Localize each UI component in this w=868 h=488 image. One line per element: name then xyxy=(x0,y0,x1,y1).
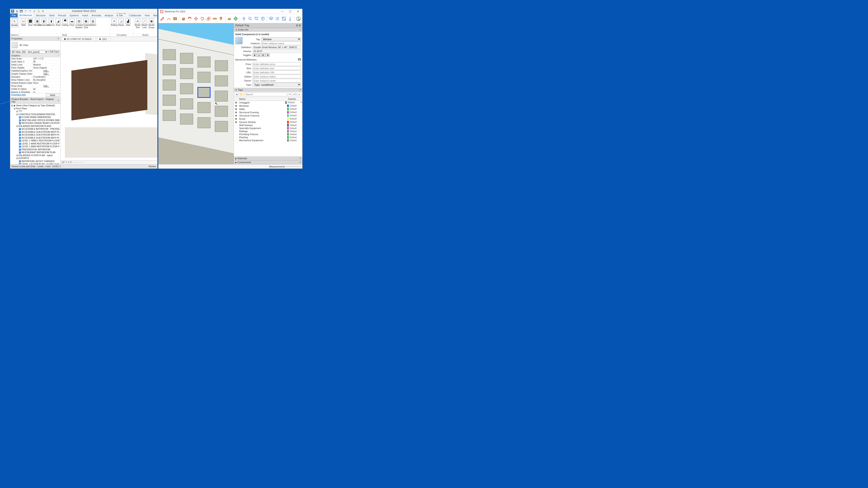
column-button[interactable]: ▮Column xyxy=(48,18,55,27)
tree-node[interactable]: LEVEL 1 FLOOR PLAN - for FEC mappin xyxy=(11,163,59,164)
zoom-icon[interactable] xyxy=(248,16,253,22)
window-component[interactable] xyxy=(163,49,176,60)
tag-row[interactable]: ◉Structural FramingDefault xyxy=(234,110,302,114)
owner-input[interactable] xyxy=(253,79,301,83)
layers-icon[interactable] xyxy=(269,16,274,22)
component-button[interactable]: ◧Component xyxy=(41,18,48,27)
tab-view[interactable]: View xyxy=(143,13,152,18)
tab-systems[interactable]: Systems xyxy=(68,13,80,18)
avatar-icon[interactable] xyxy=(296,16,301,22)
tab-insert[interactable]: Insert xyxy=(81,13,90,18)
close-icon[interactable]: × xyxy=(92,38,94,40)
modify-button[interactable]: ↖Modify xyxy=(11,18,18,27)
edit-type-button[interactable]: Edit Type xyxy=(49,50,60,54)
window-component[interactable] xyxy=(180,68,193,79)
url-input[interactable] xyxy=(253,70,301,74)
properties-help-link[interactable]: Properties help xyxy=(11,94,26,97)
entity-info-header[interactable]: ▼Entity Info× xyxy=(234,28,302,32)
scale-icon[interactable] xyxy=(206,16,211,22)
section-icon[interactable] xyxy=(281,16,286,22)
close-icon[interactable]: × xyxy=(107,38,109,40)
tag-row[interactable]: ◉WallsDefault xyxy=(234,107,302,110)
iso-icon[interactable] xyxy=(260,16,266,22)
window-component[interactable] xyxy=(180,83,193,94)
visibility-icon[interactable]: ○ xyxy=(234,124,238,126)
window-component[interactable] xyxy=(197,72,211,83)
stair-button[interactable]: ▟Stair xyxy=(125,18,131,27)
tag-row[interactable]: ○RailingsDefault xyxy=(234,130,302,133)
rotate-icon[interactable] xyxy=(199,16,205,22)
price-input[interactable] xyxy=(253,62,301,66)
view-selector[interactable]: 3D View: {3D - tom_joyce} xyxy=(11,50,48,54)
door-button[interactable]: ⬛Door xyxy=(27,18,34,27)
tab-analyze[interactable]: Analyze xyxy=(103,13,115,18)
qat-text-icon[interactable]: A xyxy=(41,9,44,12)
model-text-button[interactable]: AModel Text xyxy=(134,18,141,29)
visibility-icon[interactable]: ◉ xyxy=(234,101,238,104)
qat-undo-icon[interactable]: ↶ xyxy=(24,9,27,12)
qat-save-icon[interactable]: 💾 xyxy=(20,9,23,12)
tree-node[interactable]: ACCESSIBLE GUESTROOM BATH PLAN- xyxy=(11,136,59,139)
tag-row[interactable]: ◉Structural ColumnsDefault xyxy=(234,114,302,117)
window-component[interactable] xyxy=(180,98,193,109)
maximize-button[interactable]: ☐ xyxy=(286,9,294,14)
roof-button[interactable]: ◢Roof xyxy=(55,18,61,27)
tree-node[interactable]: ⊟ ??? xyxy=(11,110,59,113)
pushpull-icon[interactable] xyxy=(181,16,186,22)
tab-precast[interactable]: Precast xyxy=(56,13,68,18)
railing-button[interactable]: ≡Railing xyxy=(111,18,117,27)
tree-node[interactable]: ACCESSIBLE GUESTROOM BATH PLAN- xyxy=(11,133,59,136)
tape-icon[interactable] xyxy=(212,16,217,22)
tag-row[interactable]: ○Specialty EquipmentDefault xyxy=(234,127,302,130)
outliner-icon[interactable] xyxy=(275,16,280,22)
instance-input[interactable] xyxy=(261,41,301,45)
curtain-grid-button[interactable]: ▦Curtain Grid xyxy=(83,18,89,29)
col-name[interactable]: Name xyxy=(238,97,287,101)
floor-button[interactable]: ▬Floor xyxy=(69,18,75,27)
close-icon[interactable]: × xyxy=(58,37,59,40)
close-button[interactable]: ✕ xyxy=(294,9,302,14)
components-header[interactable]: ▶Components× xyxy=(234,160,302,164)
apply-button[interactable]: Apply xyxy=(46,94,59,97)
close-icon[interactable]: × xyxy=(58,99,59,102)
window-component[interactable] xyxy=(163,110,176,121)
pencil-icon[interactable] xyxy=(160,16,165,22)
window-component[interactable] xyxy=(215,75,228,86)
qat-redo-icon[interactable]: ↷ xyxy=(28,9,31,12)
curtain-system-button[interactable]: ▤Curtain System xyxy=(76,18,82,29)
view-tab-3d[interactable]: ◉{3D}× xyxy=(97,37,111,41)
pin-icon[interactable] xyxy=(287,16,293,22)
eraser-icon[interactable] xyxy=(227,16,232,22)
visibility-icon[interactable]: ○ xyxy=(234,133,238,135)
tag-menu-icon[interactable]: ▸ xyxy=(298,92,302,96)
status-input[interactable] xyxy=(253,75,301,78)
window-component[interactable] xyxy=(215,60,228,71)
visibility-icon[interactable]: ◉ xyxy=(234,104,238,107)
tree-node[interactable]: BATHROOM LAYOUT CHANGES xyxy=(11,160,59,163)
window-component[interactable] xyxy=(215,106,228,117)
toggle-cast[interactable]: ◑ xyxy=(266,53,270,57)
minimize-button[interactable]: — xyxy=(278,9,286,14)
rectangle-icon[interactable] xyxy=(172,16,178,22)
window-component[interactable] xyxy=(197,102,211,113)
type-select[interactable]: Type: <undefined> xyxy=(253,83,301,87)
toggle-shadow[interactable]: ◐ xyxy=(261,53,265,57)
tree-node[interactable]: ⊟ Floor Plans xyxy=(11,107,59,110)
visibility-icon[interactable]: ○ xyxy=(234,127,238,129)
tree-node[interactable]: ACCESSIBLE GUESTROOM BATH PLAN xyxy=(11,131,59,134)
view-tab-startup[interactable]: ▣00 STARTUP SCREEN× xyxy=(62,37,96,41)
tree-node[interactable]: ACCESSIBLE BATHROOM - PRESIDENTI xyxy=(11,128,59,131)
tag-row[interactable]: ○Wall SweepsDefault xyxy=(234,124,302,127)
tray-pin-icon[interactable]: ⊟ ⊗ xyxy=(296,24,301,27)
tag-row[interactable]: ○PlantingDefault xyxy=(234,136,302,139)
tab-file[interactable]: File xyxy=(10,13,18,18)
toggle-hidden[interactable]: ◉ xyxy=(253,53,256,57)
ramp-button[interactable]: ◿Ramp xyxy=(118,18,124,27)
tags-header[interactable]: ▼Tags× xyxy=(234,88,302,92)
model-group-button[interactable]: ▣Model Group xyxy=(148,18,155,29)
offset-icon[interactable] xyxy=(187,16,192,22)
materials-header[interactable]: ▶Materials× xyxy=(234,156,302,160)
tree-node[interactable]: FLOOR DRAIN DIMENSIONS xyxy=(11,116,59,119)
qat-measure-icon[interactable]: 📏 xyxy=(37,9,40,12)
tag-edit-icon[interactable]: ✎ xyxy=(288,92,292,96)
